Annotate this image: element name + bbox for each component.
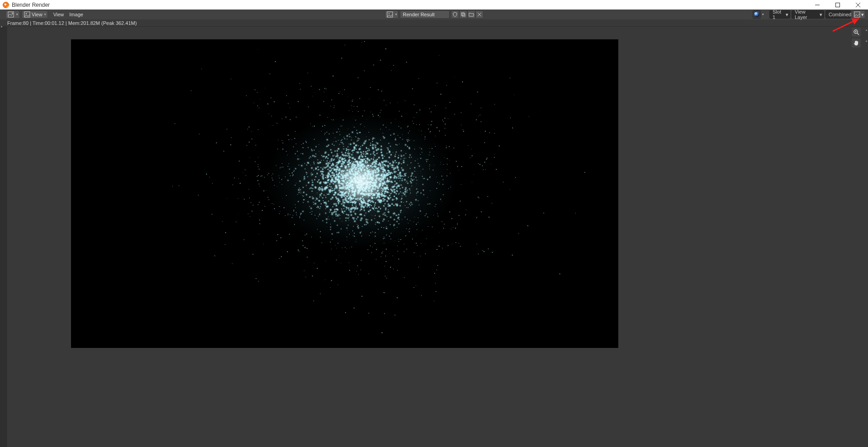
view-mode-icon — [24, 11, 31, 18]
render-particles — [71, 39, 618, 348]
display-channels-dropdown[interactable]: ▾ — [852, 10, 865, 19]
minimize-button[interactable] — [807, 0, 827, 10]
mode-label: View — [32, 12, 43, 17]
image-editor-header: ▾ View ▾ View Image ▾ Render Result — [0, 10, 868, 19]
svg-rect-8 — [387, 12, 393, 17]
mode-dropdown[interactable]: View ▾ — [22, 10, 48, 19]
window-controls — [807, 0, 868, 10]
render-pass-label: Combined — [829, 12, 851, 17]
svg-rect-4 — [8, 12, 14, 17]
svg-point-7 — [26, 13, 27, 14]
svg-point-9 — [389, 13, 389, 14]
titlebar: Blender Render — [0, 0, 868, 10]
maximize-icon — [835, 3, 840, 7]
svg-point-5 — [12, 13, 13, 14]
image-name-text: Render Result — [403, 12, 435, 17]
chevron-down-icon: ▾ — [16, 13, 18, 16]
chevron-down-icon: ▾ — [44, 13, 46, 16]
maximize-button[interactable] — [827, 0, 848, 10]
render-status-bar: Frame:80 | Time:00:01.12 | Mem:201.82M (… — [0, 19, 868, 27]
close-icon — [856, 3, 860, 7]
image-browse-dropdown[interactable]: ▾ — [385, 10, 398, 19]
hand-icon — [853, 40, 859, 46]
shield-icon — [452, 12, 458, 17]
new-image-button[interactable] — [459, 10, 467, 19]
view-layer-label: View Layer — [795, 9, 817, 20]
render-pass-dropdown[interactable]: Combined ▾ — [825, 10, 851, 19]
channels-icon — [854, 11, 861, 18]
render-slot-dropdown[interactable]: Slot 1 ▾ — [769, 10, 790, 19]
window-title: Blender Render — [12, 2, 50, 8]
view-menu[interactable]: View — [51, 10, 67, 19]
expand-tool-panel-icon[interactable]: ▸ — [1, 24, 3, 29]
blender-logo-icon — [3, 2, 9, 8]
x-icon — [477, 12, 482, 17]
display-color-management-button[interactable] — [753, 10, 761, 19]
expand-side-panel-icon[interactable]: ◂ — [865, 28, 867, 32]
editor-type-dropdown[interactable]: ▾ — [5, 10, 20, 19]
chevron-down-icon: ▾ — [820, 12, 822, 18]
svg-rect-10 — [461, 13, 464, 15]
sphere-icon — [754, 12, 759, 17]
svg-rect-11 — [462, 14, 465, 16]
open-image-button[interactable] — [467, 10, 475, 19]
svg-rect-6 — [24, 12, 30, 17]
chevron-down-icon: ▾ — [786, 12, 788, 18]
folder-icon — [469, 12, 474, 17]
render-slot-label: Slot 1 — [773, 9, 783, 20]
image-editor-icon — [7, 11, 14, 18]
render-result-image — [71, 39, 618, 348]
image-icon — [386, 11, 394, 18]
unlink-image-button[interactable] — [475, 10, 484, 19]
view-layer-dropdown[interactable]: View Layer ▾ — [792, 10, 824, 19]
chevron-down-icon: ▾ — [861, 12, 864, 18]
image-editor-viewport[interactable] — [0, 27, 868, 447]
pan-gizmo[interactable] — [852, 38, 861, 48]
toolbar-region-collapsed[interactable] — [0, 27, 7, 447]
zoom-gizmo[interactable] — [852, 28, 861, 37]
magnifier-icon — [853, 29, 859, 35]
svg-line-16 — [857, 33, 859, 35]
fake-user-button[interactable] — [451, 10, 459, 19]
svg-rect-1 — [835, 3, 840, 7]
image-menu[interactable]: Image — [66, 10, 86, 19]
title-left: Blender Render — [3, 2, 50, 8]
chevron-down-icon: ▾ — [395, 13, 397, 16]
render-status-text: Frame:80 | Time:00:01.12 | Mem:201.82M (… — [7, 20, 137, 26]
image-name-field[interactable]: Render Result — [400, 10, 450, 19]
chevron-down-icon[interactable]: ▾ — [762, 13, 764, 16]
expand-side-panel-icon-2[interactable]: ◂ — [865, 39, 867, 43]
duplicate-icon — [460, 12, 466, 17]
minimize-icon — [815, 3, 820, 7]
close-button[interactable] — [848, 0, 868, 10]
